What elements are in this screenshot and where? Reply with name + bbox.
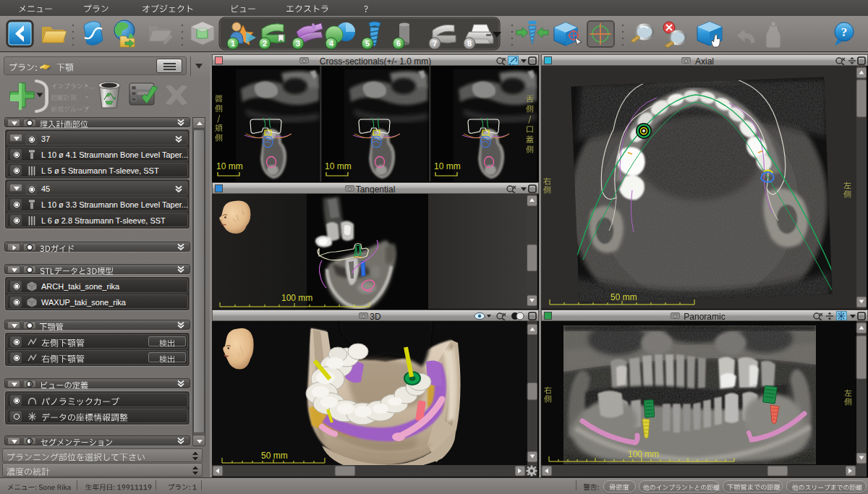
svg-text:5: 5 <box>365 39 370 48</box>
svg-text:3: 3 <box>296 39 300 48</box>
svg-text:8: 8 <box>467 39 472 48</box>
svg-text:50 mm: 50 mm <box>610 292 637 302</box>
svg-text:2: 2 <box>263 39 267 48</box>
svg-text:?: ? <box>841 25 848 39</box>
svg-text:1: 1 <box>231 39 235 48</box>
svg-text:7: 7 <box>433 39 437 48</box>
svg-text:6: 6 <box>396 39 401 48</box>
svg-text:100 mm: 100 mm <box>628 449 659 459</box>
svg-text:50 mm: 50 mm <box>261 451 288 461</box>
svg-text:100 mm: 100 mm <box>281 293 312 303</box>
svg-text:4: 4 <box>329 39 334 48</box>
